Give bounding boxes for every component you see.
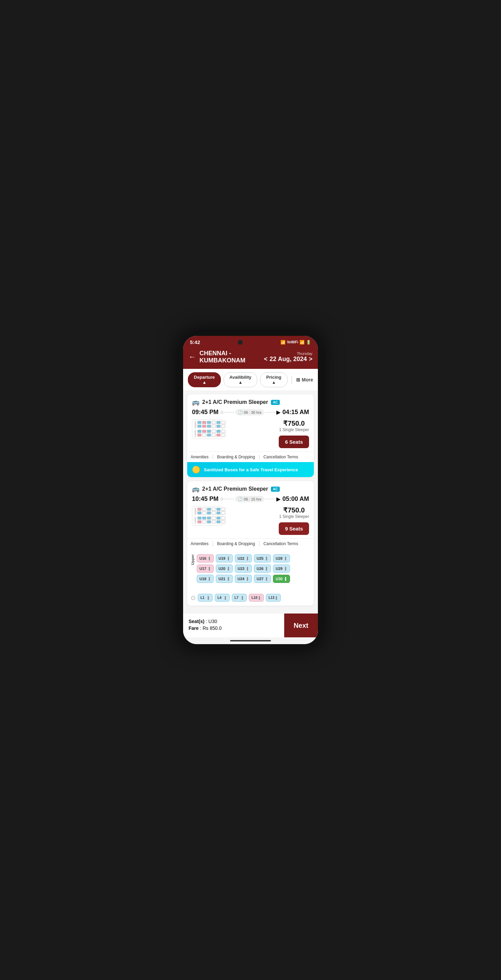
header: ← CHENNAI - KUMBAKONAM Thursday < 22 Aug… [183, 347, 318, 369]
seat-id: U17 [199, 566, 206, 571]
pricing-filter[interactable]: Pricing ▴ [260, 372, 288, 387]
sm-seat [207, 425, 211, 428]
seat-L1[interactable]: L1▌ [198, 594, 213, 601]
seat-U27[interactable]: U27 ▌ [254, 575, 271, 583]
bus1-duration: 🕐 06 : 30 hrs [235, 409, 264, 415]
seat-U20[interactable]: U20 ▌ [216, 565, 233, 573]
sm-seat [216, 421, 221, 424]
tab-divider [259, 455, 259, 460]
bus2-boarding-tab[interactable]: Boarding & Dropping [217, 541, 255, 546]
sm-seat [207, 517, 211, 520]
sm-seat [207, 508, 211, 511]
bus1-seat-info: Upper [192, 419, 309, 448]
seat-id: U25 [257, 556, 263, 560]
seat-L7[interactable]: L7▌ [232, 594, 247, 601]
sm-seat [197, 517, 202, 520]
phone-screen: 5:42 📶 VoWiFi 📶 🔋 ← CHENNAI - KUMBAKONAM… [183, 336, 318, 644]
seat-L13[interactable]: L13▌ [266, 594, 281, 601]
seat-id: U21 [218, 577, 225, 581]
back-button[interactable]: ← [189, 353, 196, 361]
bus1-seat-map: Upper [192, 419, 223, 439]
bus2-amenities-tab[interactable]: Amenities [191, 541, 208, 546]
bus2-dep-time: 10:45 PM [192, 495, 218, 503]
seat-U16[interactable]: U16 ▌ [197, 554, 214, 563]
seat-U18[interactable]: U18 ▌ [197, 575, 214, 583]
tab-divider-3 [259, 541, 259, 546]
sm-seat [216, 517, 221, 520]
seat-U29[interactable]: U29 ▌ [273, 565, 290, 573]
sm-seat [202, 520, 206, 523]
bus1-name: 2+1 A/C Premium Sleeper [202, 399, 268, 405]
bus2-dur-text: 06 : 15 hrs [244, 497, 261, 501]
bus2-bus-icon: 🚌 [192, 485, 199, 493]
prev-date-button[interactable]: < [264, 356, 268, 363]
seat-L10[interactable]: L10▌ [249, 594, 264, 601]
sm-seat [216, 508, 221, 511]
seat-U22[interactable]: U22 ▌ [235, 554, 252, 563]
bus1-seats-button[interactable]: 6 Seats [279, 436, 309, 448]
sm-seat [202, 517, 206, 520]
bus2-price-seats: ₹750.0 1 Single Sleeper 9 Seats [226, 506, 309, 535]
sm-seat [202, 421, 206, 424]
seats-value: : U30 [206, 619, 217, 624]
sm-seat [207, 430, 211, 433]
sm-seat [216, 434, 221, 437]
sm-seat [212, 430, 216, 433]
time-display: 5:42 [190, 339, 200, 345]
seat-U28[interactable]: U28 ▌ [273, 554, 290, 563]
seat-L4[interactable]: L4▌ [215, 594, 230, 601]
sm-seat [197, 520, 202, 523]
sm-seat [197, 434, 202, 437]
upper-row-2: U17 ▌ U20 ▌ U23 ▌ [197, 565, 290, 573]
next-button[interactable]: Next [284, 614, 318, 637]
upper-seat-selection: Upper U16 ▌ U19 ▌ [187, 550, 314, 587]
seat-U30[interactable]: U30 ▌ [273, 575, 290, 583]
bus2-seats-button[interactable]: 9 Seats [279, 522, 309, 535]
signal-icon: 📶 [299, 340, 305, 345]
seat-U19[interactable]: U19 ▌ [216, 554, 233, 563]
seat-U21[interactable]: U21 ▌ [216, 575, 233, 583]
bus1-sleeper-info: 1 Single Sleeper [279, 427, 309, 432]
seat-U17[interactable]: U17 ▌ [197, 565, 214, 573]
next-date-button[interactable]: > [309, 356, 312, 363]
more-label: More [302, 377, 313, 382]
bus2-cancellation-tab[interactable]: Cancellation Terms [263, 541, 298, 546]
seat-U25[interactable]: U25 ▌ [254, 554, 271, 563]
departure-filter[interactable]: Departure ▴ [188, 372, 221, 387]
availability-filter[interactable]: Availibility ▴ [224, 372, 257, 387]
wifi-icon: 📶 [280, 340, 286, 345]
seat-U24[interactable]: U24 ▌ [235, 575, 252, 583]
bus1-dash2 [265, 412, 275, 412]
upper-section-label: Upper [191, 554, 195, 565]
sm-seat [212, 421, 216, 424]
bus1-cancellation-tab[interactable]: Cancellation Terms [263, 455, 298, 460]
sm-seat [212, 508, 216, 511]
sm-seat [202, 511, 206, 514]
bus1-dep-time: 09:45 PM [192, 409, 218, 416]
sm-seat [221, 425, 225, 428]
bus2-name-row: 🚌 2+1 A/C Premium Sleeper AC [192, 485, 309, 493]
more-button[interactable]: ⊞ More [296, 377, 313, 382]
bus1-amenities-tab[interactable]: Amenities [191, 455, 208, 460]
bus-card-2: 🚌 2+1 A/C Premium Sleeper AC 10:45 PM 🕐 … [187, 481, 314, 606]
sm-seat [216, 520, 221, 523]
seat-U26[interactable]: U26 ▌ [254, 565, 271, 573]
bus1-boarding-tab[interactable]: Boarding & Dropping [217, 455, 255, 460]
sm-seat [197, 508, 202, 511]
sm-seat [212, 434, 216, 437]
sm-seat [197, 430, 202, 433]
sm-seat [197, 511, 202, 514]
seat-id: U19 [218, 556, 225, 560]
date-section: Thursday < 22 Aug, 2024 > [264, 352, 312, 363]
upper-label-2: Upper [194, 508, 197, 515]
bus1-time-row: 09:45 PM 🕐 06 : 30 hrs ▶ 04:15 AM [192, 409, 309, 416]
sm-seat [202, 434, 206, 437]
seat-icon: ▌ [209, 577, 211, 581]
bus-card-1: 🚌 2+1 A/C Premium Sleeper AC 09:45 PM 🕐 … [187, 395, 314, 477]
day-label: Thursday [264, 352, 312, 356]
bus2-arr-arrow: ▶ [276, 496, 280, 502]
seat-U23[interactable]: U23 ▌ [235, 565, 252, 573]
seat-icon: ▌ [285, 567, 287, 570]
more-icon: ⊞ [296, 377, 300, 382]
sm-seat [202, 508, 206, 511]
